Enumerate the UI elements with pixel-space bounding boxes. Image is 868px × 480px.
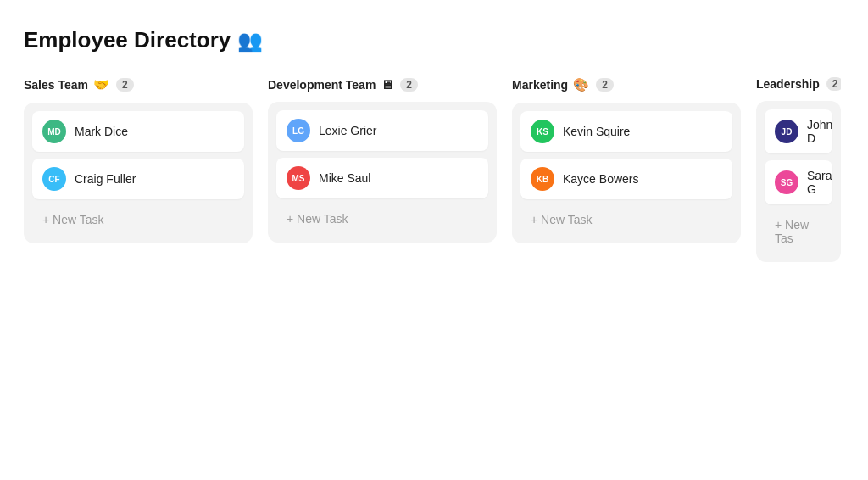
column-emoji-sales: 🤝: [93, 77, 109, 92]
kanban-board: Sales Team🤝2MDMark DiceCFCraig Fuller+ N…: [24, 77, 844, 262]
column-label-leadership: Leadership: [756, 77, 820, 91]
task-item-kb[interactable]: KBKayce Bowers: [520, 159, 732, 199]
task-item-sg[interactable]: SGSara G: [765, 160, 832, 204]
column-header-marketing: Marketing🎨2: [512, 77, 741, 92]
avatar-ks: KS: [531, 120, 554, 143]
column-badge-leadership: 2: [826, 77, 841, 91]
new-task-button-sales[interactable]: + New Task: [32, 206, 244, 233]
task-item-cf[interactable]: CFCraig Fuller: [32, 159, 244, 199]
column-label-dev: Development Team: [268, 78, 376, 92]
column-dev: Development Team🖥2LGLexie GrierMSMike Sa…: [268, 77, 497, 262]
column-label-sales: Sales Team: [24, 78, 88, 92]
member-name-jd: John D: [807, 118, 832, 145]
column-emoji-marketing: 🎨: [573, 77, 589, 92]
new-task-button-leadership[interactable]: + New Tas: [765, 211, 832, 252]
column-leadership: Leadership2JDJohn DSGSara G+ New Tas: [756, 77, 841, 262]
member-name-sg: Sara G: [807, 169, 832, 196]
avatar-lg: LG: [287, 119, 310, 142]
column-card-marketing: KSKevin SquireKBKayce Bowers+ New Task: [512, 103, 741, 243]
task-item-lg[interactable]: LGLexie Grier: [276, 110, 488, 151]
column-label-marketing: Marketing: [512, 78, 568, 92]
column-sales: Sales Team🤝2MDMark DiceCFCraig Fuller+ N…: [24, 77, 253, 262]
column-card-sales: MDMark DiceCFCraig Fuller+ New Task: [24, 103, 253, 243]
avatar-kb: KB: [531, 167, 554, 191]
member-name-ms: Mike Saul: [319, 171, 370, 185]
task-item-jd[interactable]: JDJohn D: [765, 109, 832, 153]
member-name-lg: Lexie Grier: [319, 124, 376, 137]
column-header-leadership: Leadership2: [756, 77, 841, 91]
column-badge-dev: 2: [400, 78, 418, 92]
column-card-leadership: JDJohn DSGSara G+ New Tas: [756, 101, 841, 262]
avatar-md: MD: [42, 120, 66, 143]
task-item-md[interactable]: MDMark Dice: [32, 111, 244, 152]
member-name-md: Mark Dice: [75, 125, 128, 138]
page-title-text: Employee Directory: [24, 27, 231, 53]
member-name-kb: Kayce Bowers: [563, 172, 638, 186]
column-card-dev: LGLexie GrierMSMike Saul+ New Task: [268, 102, 497, 243]
new-task-button-marketing[interactable]: + New Task: [520, 206, 732, 233]
avatar-cf: CF: [42, 167, 66, 191]
column-header-dev: Development Team🖥2: [268, 77, 497, 92]
avatar-ms: MS: [287, 166, 310, 190]
column-badge-marketing: 2: [596, 78, 614, 92]
member-name-ks: Kevin Squire: [563, 125, 630, 138]
title-icon: 👥: [237, 29, 263, 53]
column-emoji-dev: 🖥: [381, 77, 393, 92]
avatar-jd: JD: [775, 120, 798, 143]
column-badge-sales: 2: [116, 78, 134, 92]
page-title: Employee Directory 👥: [24, 27, 844, 53]
column-marketing: Marketing🎨2KSKevin SquireKBKayce Bowers+…: [512, 77, 741, 262]
new-task-button-dev[interactable]: + New Task: [276, 205, 488, 232]
avatar-sg: SG: [775, 170, 798, 194]
task-item-ks[interactable]: KSKevin Squire: [520, 111, 732, 152]
member-name-cf: Craig Fuller: [75, 172, 136, 186]
task-item-ms[interactable]: MSMike Saul: [276, 158, 488, 198]
column-header-sales: Sales Team🤝2: [24, 77, 253, 92]
